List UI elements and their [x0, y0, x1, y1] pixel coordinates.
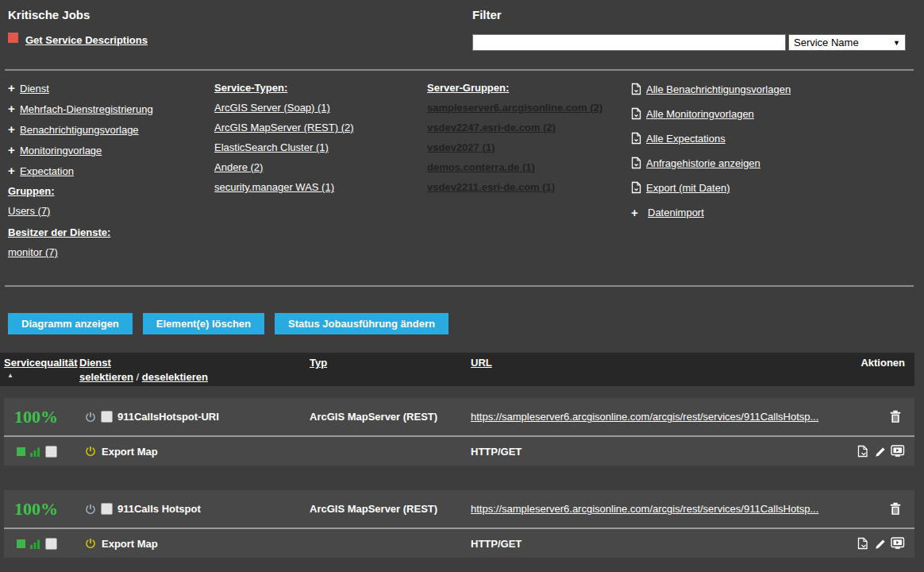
besitzer-header: Besitzer der Dienste: [8, 227, 214, 238]
service-type: ArcGIS MapServer (REST) [310, 503, 467, 515]
job-method: HTTP/GET [467, 538, 851, 550]
job-name: Export Map [102, 446, 158, 458]
add-dienst-link[interactable]: Dienst [20, 83, 49, 95]
document-icon [631, 181, 641, 194]
monitor-play-icon[interactable] [891, 445, 905, 458]
plus-icon: + [8, 83, 17, 93]
document-icon [631, 157, 641, 169]
filter-title: Filter [472, 8, 906, 21]
add-monitoringvorlage-link[interactable]: Monitoringvorlage [20, 145, 102, 157]
server-gruppe-link[interactable]: vsdev2247.esri-de.com (2) [427, 122, 556, 133]
service-typ-link[interactable]: Andere (2) [214, 161, 263, 173]
deselect-all-link[interactable]: deselektieren [142, 371, 208, 383]
filter-attribute-select[interactable]: Service Name ▼ [788, 34, 906, 51]
change-job-status-button[interactable]: Status Jobausführung ändern [275, 313, 449, 334]
sort-url-link[interactable]: URL [471, 357, 492, 369]
service-typ-link[interactable]: ArcGIS Server (Soap) (1) [214, 102, 330, 114]
plus-icon: + [631, 206, 640, 219]
sort-typ-link[interactable]: Typ [310, 357, 327, 369]
select-all-link[interactable]: selektieren [79, 371, 133, 383]
job-checkbox[interactable] [45, 446, 57, 458]
plus-icon: + [8, 165, 17, 176]
service-typ-link[interactable]: security.manager WAS (1) [214, 181, 334, 193]
service-typ-link[interactable]: ElasticSearch Cluster (1) [214, 141, 329, 153]
signal-bars-icon [30, 539, 40, 549]
aktionen-header: Aktionen [851, 357, 914, 369]
create-links-column: +Dienst +Mehrfach-Dienstregistrierung +B… [8, 83, 214, 285]
server-gruppe-link[interactable]: vsdev2211.esri-de.com (1) [427, 181, 555, 193]
alle-benachrichtigungsvorlagen-link[interactable]: Alle Benachrichtigungsvorlagen [646, 83, 791, 95]
document-icon [631, 83, 641, 95]
document-icon [631, 132, 641, 145]
service-checkbox[interactable] [101, 411, 113, 423]
vorlagen-column: Alle Benachrichtigungsvorlagen Alle Moni… [631, 83, 924, 285]
service-quality-value: 100% [4, 407, 75, 427]
server-gruppe-link[interactable]: vsdev2027 (1) [427, 141, 495, 153]
top-bar: Kritische Jobs Get Service Descriptions … [0, 0, 924, 69]
delete-elements-button[interactable]: Element(e) löschen [143, 313, 264, 334]
alle-monitoringvorlagen-link[interactable]: Alle Monitoringvorlagen [646, 108, 754, 120]
service-typen-header: Service-Typen: [214, 83, 427, 93]
action-toolbar: Diagramm anzeigen Element(e) löschen Sta… [8, 313, 924, 334]
status-square-icon [17, 447, 25, 456]
sort-dienst-link[interactable]: Dienst [79, 357, 111, 369]
anfragehistorie-link[interactable]: Anfragehistorie anzeigen [646, 157, 760, 169]
add-expectation-link[interactable]: Expectation [20, 165, 74, 177]
request-doc-icon[interactable] [857, 537, 868, 550]
critical-job-link[interactable]: Get Service Descriptions [25, 34, 148, 46]
plus-icon: + [8, 124, 17, 134]
request-doc-icon[interactable] [857, 445, 868, 458]
plus-icon: + [8, 103, 17, 114]
critical-jobs-title: Kritische Jobs [8, 8, 472, 21]
sort-servicequalitaet-link[interactable]: Servicequalität [4, 357, 78, 369]
job-checkbox[interactable] [45, 538, 57, 550]
power-icon[interactable] [85, 446, 96, 457]
service-url-link[interactable]: https://sampleserver6.arcgisonline.com/a… [471, 411, 818, 423]
show-diagram-button[interactable]: Diagramm anzeigen [8, 313, 133, 334]
power-icon[interactable] [85, 538, 96, 549]
add-benachrichtigungsvorlage-link[interactable]: Benachrichtigungsvorlage [20, 124, 139, 136]
status-square-icon [17, 539, 25, 548]
server-gruppe-link[interactable]: demos.conterra.de (1) [427, 161, 535, 173]
datenimport-link[interactable]: Datenimport [648, 207, 704, 218]
critical-job-row: Get Service Descriptions [8, 34, 472, 46]
export-mit-daten-link[interactable]: Export (mit Daten) [646, 182, 730, 194]
critical-status-icon [8, 33, 18, 43]
server-gruppen-header: Server-Gruppen: [427, 83, 631, 93]
service-quality-value: 100% [4, 499, 75, 520]
trash-icon[interactable] [889, 410, 902, 423]
service-name: 911CallsHotspot-URI [117, 411, 219, 423]
monitor-owner-link[interactable]: monitor (7) [8, 246, 58, 258]
dropdown-arrow-icon: ▼ [893, 39, 900, 47]
job-name: Export Map [102, 538, 158, 550]
gruppen-header: Gruppen: [8, 186, 214, 196]
edit-pencil-icon[interactable] [874, 538, 885, 550]
signal-bars-icon [30, 446, 40, 457]
service-type: ArcGIS MapServer (REST) [310, 411, 467, 423]
trash-icon[interactable] [889, 502, 902, 516]
middle-divider [5, 285, 914, 287]
filter-selected-option: Service Name [794, 37, 859, 48]
plus-icon: + [8, 145, 17, 155]
server-gruppe-link[interactable]: sampleserver6.arcgisonline.com (2) [427, 102, 603, 114]
add-mehrfach-dienstregistrierung-link[interactable]: Mehrfach-Dienstregistrierung [20, 103, 153, 115]
server-gruppen-column: Server-Gruppen: sampleserver6.arcgisonli… [427, 83, 631, 285]
users-group-link[interactable]: Users (7) [8, 205, 50, 217]
monitor-play-icon[interactable] [891, 537, 905, 550]
service-url-link[interactable]: https://sampleserver6.arcgisonline.com/a… [471, 503, 818, 515]
service-checkbox[interactable] [101, 503, 113, 515]
service-typ-link[interactable]: ArcGIS MapServer (REST) (2) [214, 122, 354, 133]
alle-expectations-link[interactable]: Alle Expectations [646, 133, 726, 145]
power-icon[interactable] [85, 504, 96, 515]
job-method: HTTP/GET [467, 446, 851, 458]
job-row: Export Map HTTP/GET [4, 529, 914, 558]
filter-input[interactable] [472, 34, 786, 51]
service-row-group: 100% 911CallsHotspot-URI ArcGIS MapServe… [4, 398, 914, 466]
edit-pencil-icon[interactable] [874, 446, 885, 458]
document-icon [631, 107, 641, 120]
table-header: Servicequalität ▲ Dienst selektieren / d… [0, 353, 914, 386]
service-row: 100% 911Calls Hotspot ArcGIS MapServer (… [4, 490, 914, 528]
sort-asc-icon[interactable]: ▲ [4, 372, 75, 379]
service-typen-column: Service-Typen: ArcGIS Server (Soap) (1) … [214, 83, 427, 285]
power-icon[interactable] [85, 412, 96, 423]
